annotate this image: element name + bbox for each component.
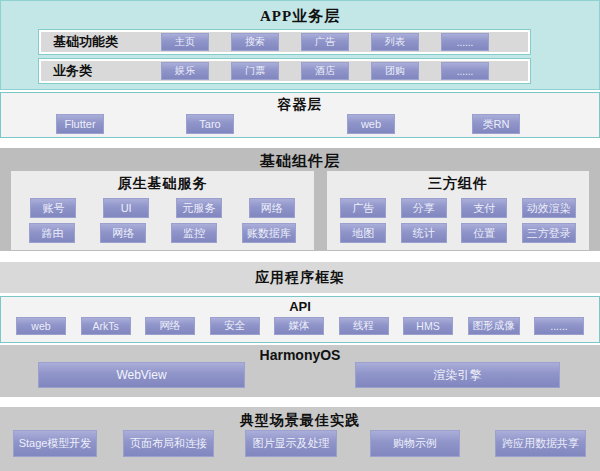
native-services-row-2: 路由 网络 监控 账数据库 bbox=[11, 223, 314, 243]
native-services-panel: 原生基础服务 账号 UI 元服务 网络 路由 网络 监控 账数据库 bbox=[11, 171, 314, 250]
block-page-layout: 页面布局和连接 bbox=[123, 430, 214, 457]
api-items: web ArkTs 网络 安全 媒体 线程 HMS 图形成像 ...... bbox=[1, 314, 599, 335]
block-list: 列表 bbox=[371, 33, 419, 51]
block-payment: 支付 bbox=[461, 198, 507, 218]
basic-function-items: 主页 搜索 广告 列表 ...... bbox=[161, 33, 489, 51]
best-practices-layer: 典型场景最佳实践 Stage模型开发 页面布局和连接 图片显示及处理 购物示例 … bbox=[0, 407, 600, 471]
business-label: 业务类 bbox=[41, 62, 157, 80]
block-more: ...... bbox=[441, 62, 489, 80]
block-3rd-login: 三方登录 bbox=[522, 223, 576, 243]
app-layer-title: APP业务层 bbox=[1, 1, 599, 26]
block-taro: Taro bbox=[186, 114, 234, 134]
block-location: 位置 bbox=[461, 223, 507, 243]
block-api-thread: 线程 bbox=[339, 317, 389, 335]
basic-components-layer: 基础组件层 原生基础服务 账号 UI 元服务 网络 路由 网络 监控 账数据库 … bbox=[0, 148, 600, 251]
api-layer: API web ArkTs 网络 安全 媒体 线程 HMS 图形成像 .....… bbox=[0, 296, 600, 343]
block-account-db: 账数据库 bbox=[242, 223, 296, 243]
block-api-web: web bbox=[16, 317, 66, 335]
block-api-more: ...... bbox=[534, 317, 584, 335]
block-monitor: 监控 bbox=[171, 223, 217, 243]
components-panels: 原生基础服务 账号 UI 元服务 网络 路由 网络 监控 账数据库 三方组件 广… bbox=[11, 171, 589, 250]
block-flutter: Flutter bbox=[56, 114, 104, 134]
thirdparty-row-2: 地图 统计 位置 三方登录 bbox=[327, 223, 589, 243]
block-stats: 统计 bbox=[401, 223, 447, 243]
block-more: ...... bbox=[441, 33, 489, 51]
block-animation: 动效渲染 bbox=[522, 198, 576, 218]
block-ui: UI bbox=[103, 198, 149, 218]
block-shopping-sample: 购物示例 bbox=[370, 430, 460, 457]
business-row-inner: 业务类 娱乐 门票 酒店 团购 ...... bbox=[41, 61, 528, 81]
block-cross-app-data: 跨应用数据共享 bbox=[495, 430, 586, 457]
block-hotel: 酒店 bbox=[301, 62, 349, 80]
block-api-arkts: ArkTs bbox=[81, 317, 131, 335]
block-home: 主页 bbox=[161, 33, 209, 51]
thirdparty-row-1: 广告 分享 支付 动效渲染 bbox=[327, 198, 589, 218]
best-practices-title: 典型场景最佳实践 bbox=[0, 407, 600, 430]
container-layer: 容器层 Flutter Taro web 类RN bbox=[0, 92, 600, 138]
basic-function-label: 基础功能类 bbox=[41, 33, 157, 51]
harmonyos-title: HarmonyOS bbox=[0, 345, 600, 363]
block-web: web bbox=[347, 114, 395, 134]
thirdparty-title: 三方组件 bbox=[327, 171, 589, 193]
block-api-hms: HMS bbox=[403, 317, 453, 335]
block-image-display: 图片显示及处理 bbox=[245, 430, 337, 457]
business-row: 业务类 娱乐 门票 酒店 团购 ...... bbox=[38, 58, 531, 84]
block-ads: 广告 bbox=[301, 33, 349, 51]
block-entertainment: 娱乐 bbox=[161, 62, 209, 80]
block-metaservice: 元服务 bbox=[176, 198, 222, 218]
block-webview: WebView bbox=[38, 362, 245, 388]
native-services-row-1: 账号 UI 元服务 网络 bbox=[11, 198, 314, 218]
harmonyos-layer: HarmonyOS WebView 渲染引擎 bbox=[0, 345, 600, 397]
components-layer-title: 基础组件层 bbox=[0, 148, 600, 171]
block-adverts: 广告 bbox=[340, 198, 386, 218]
business-items: 娱乐 门票 酒店 团购 ...... bbox=[161, 62, 489, 80]
block-api-network: 网络 bbox=[145, 317, 195, 335]
block-rn-like: 类RN bbox=[472, 114, 520, 134]
container-layer-title: 容器层 bbox=[1, 93, 599, 114]
block-tickets: 门票 bbox=[231, 62, 279, 80]
basic-function-row: 基础功能类 主页 搜索 广告 列表 ...... bbox=[38, 29, 531, 55]
block-api-security: 安全 bbox=[210, 317, 260, 335]
block-groupbuy: 团购 bbox=[371, 62, 419, 80]
block-network2: 网络 bbox=[100, 223, 146, 243]
block-api-media: 媒体 bbox=[274, 317, 324, 335]
framework-title: 应用程序框架 bbox=[0, 262, 600, 293]
block-api-graphics: 图形成像 bbox=[468, 317, 520, 335]
block-network: 网络 bbox=[249, 198, 295, 218]
block-share: 分享 bbox=[401, 198, 447, 218]
block-account: 账号 bbox=[30, 198, 76, 218]
application-framework-bar: 应用程序框架 bbox=[0, 262, 600, 293]
block-render-engine: 渲染引擎 bbox=[355, 362, 560, 388]
block-map: 地图 bbox=[340, 223, 386, 243]
block-routing: 路由 bbox=[29, 223, 75, 243]
app-business-layer: APP业务层 基础功能类 主页 搜索 广告 列表 ...... 业务类 娱乐 门… bbox=[0, 0, 600, 90]
native-services-title: 原生基础服务 bbox=[11, 171, 314, 193]
block-stage-model: Stage模型开发 bbox=[13, 430, 97, 457]
block-search: 搜索 bbox=[231, 33, 279, 51]
api-title: API bbox=[1, 297, 599, 314]
basic-function-row-inner: 基础功能类 主页 搜索 广告 列表 ...... bbox=[41, 32, 528, 52]
thirdparty-panel: 三方组件 广告 分享 支付 动效渲染 地图 统计 位置 三方登录 bbox=[327, 171, 589, 250]
